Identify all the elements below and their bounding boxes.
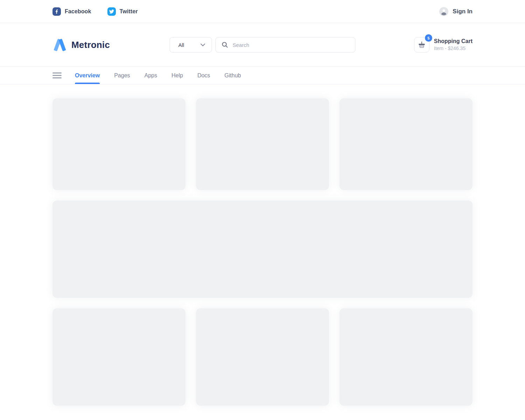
cart-count-badge: 5	[425, 34, 432, 42]
menu-icon[interactable]	[52, 67, 62, 84]
search-icon	[222, 41, 229, 48]
placeholder-banner	[52, 201, 472, 298]
placeholder-card	[340, 308, 472, 406]
cart-title: Shopping Cart	[434, 38, 472, 45]
search-box	[216, 37, 356, 52]
sign-in-label: Sign In	[453, 8, 472, 15]
placeholder-card	[52, 308, 186, 406]
nav-item-docs[interactable]: Docs	[197, 67, 210, 84]
cart-info: Shopping Cart Item - $246.35	[434, 38, 472, 52]
placeholder-card	[52, 98, 186, 190]
navbar: Overview Pages Apps Help Docs Github	[0, 66, 525, 84]
facebook-icon	[52, 7, 61, 16]
placeholder-card	[196, 98, 329, 190]
topbar: Facebook Twitter Sign In	[0, 0, 525, 23]
search-group: All	[170, 37, 356, 52]
metronic-logo-icon	[52, 38, 67, 51]
twitter-label: Twitter	[120, 8, 138, 15]
facebook-label: Facebook	[65, 8, 91, 15]
chevron-down-icon	[201, 43, 205, 47]
sign-in-button[interactable]: Sign In	[439, 7, 472, 16]
basket-icon	[418, 41, 426, 49]
header: Metronic All 5	[0, 23, 525, 66]
category-select-value: All	[178, 42, 184, 48]
placeholder-card	[196, 308, 329, 406]
cart-button[interactable]: 5	[414, 37, 429, 52]
brand-logo[interactable]: Metronic	[52, 38, 110, 51]
social-links: Facebook Twitter	[52, 7, 138, 16]
category-select[interactable]: All	[170, 37, 212, 52]
cards-row-top	[52, 98, 472, 190]
twitter-icon	[107, 7, 116, 16]
shopping-cart: 5 Shopping Cart Item - $246.35	[414, 37, 472, 52]
nav-item-apps[interactable]: Apps	[145, 67, 157, 84]
nav-items: Overview Pages Apps Help Docs Github	[75, 67, 241, 84]
search-input[interactable]	[233, 42, 350, 48]
cards-row-bottom	[52, 308, 472, 406]
cart-subtitle: Item - $246.35	[434, 45, 472, 52]
twitter-link[interactable]: Twitter	[107, 7, 138, 16]
nav-item-help[interactable]: Help	[172, 67, 183, 84]
facebook-link[interactable]: Facebook	[52, 7, 91, 16]
nav-item-overview[interactable]: Overview	[75, 67, 100, 84]
nav-item-github[interactable]: Github	[224, 67, 241, 84]
content-area	[52, 98, 472, 406]
user-icon	[439, 7, 448, 16]
placeholder-card	[340, 98, 472, 190]
brand-name: Metronic	[71, 40, 110, 50]
nav-item-pages[interactable]: Pages	[114, 67, 130, 84]
